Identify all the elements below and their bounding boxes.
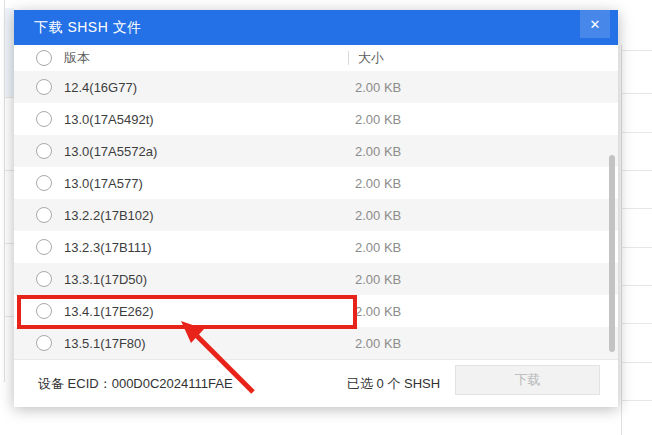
background-grid-hline [621,400,652,401]
row-radio[interactable] [36,143,52,159]
row-radio[interactable] [36,175,52,191]
version-cell: 13.3.1(17D50) [64,272,147,287]
version-cell: 13.0(17A577) [64,176,143,191]
version-cell: 12.4(16G77) [64,80,137,95]
background-grid-hline [621,50,652,51]
table-row[interactable]: 12.4(16G77) 2.00 KB [14,71,618,103]
background-grid-hline [5,97,14,98]
column-divider [348,51,349,65]
table-row[interactable]: 13.0(17A5572a) 2.00 KB [14,135,618,167]
size-cell: 2.00 KB [355,80,401,95]
dialog-footer: 设备 ECID：000D0C2024111FAE 已选 0 个 SHSH 下载 [14,359,618,407]
table-row[interactable]: 13.2.3(17B111) 2.00 KB [14,231,618,263]
background-highlight-strip [5,8,14,97]
scrollbar-thumb[interactable] [609,155,615,352]
size-cell: 2.00 KB [355,112,401,127]
background-grid-vline-right [621,45,622,435]
size-cell: 2.00 KB [355,304,401,319]
row-radio[interactable] [36,111,52,127]
size-cell: 2.00 KB [355,176,401,191]
row-radio[interactable] [36,239,52,255]
background-grid-hline [621,93,652,94]
close-button[interactable]: ✕ [580,10,610,38]
table-header: 版本 大小 [14,45,618,72]
background-grid-hline [621,170,652,171]
device-ecid-text: 设备 ECID：000D0C2024111FAE [38,375,233,393]
table-row[interactable]: 13.0(17A577) 2.00 KB [14,167,618,199]
row-radio[interactable] [36,303,52,319]
table-row[interactable]: 13.2.2(17B102) 2.00 KB [14,199,618,231]
version-cell: 13.2.2(17B102) [64,208,154,223]
download-button[interactable]: 下载 [455,365,600,395]
version-list: 12.4(16G77) 2.00 KB 13.0(17A5492t) 2.00 … [14,71,618,359]
close-icon: ✕ [590,17,601,32]
version-cell: 13.2.3(17B111) [64,240,152,255]
background-grid-hline [5,170,14,171]
size-cell: 2.00 KB [355,272,401,287]
background-grid-hline [621,323,652,324]
column-header-size: 大小 [358,49,384,67]
column-header-version: 版本 [64,49,90,67]
background-grid-hline [5,316,14,317]
table-row[interactable]: 13.5.1(17F80) 2.00 KB [14,327,618,359]
background-grid-hline [621,285,652,286]
size-cell: 2.00 KB [355,144,401,159]
download-shsh-dialog: 下载 SHSH 文件 ✕ 版本 大小 12.4(16G77) 2.00 KB 1… [14,10,618,406]
selected-count-text: 已选 0 个 SHSH [347,375,440,393]
background-grid-hline [621,362,652,363]
screen: { "dialog": { "title": "下载 SHSH 文件", "cl… [0,0,652,435]
row-radio[interactable] [36,79,52,95]
version-cell: 13.5.1(17F80) [64,336,146,351]
background-grid-hline [5,243,14,244]
row-radio[interactable] [36,271,52,287]
version-cell: 13.0(17A5492t) [64,112,154,127]
table-row[interactable]: 13.3.1(17D50) 2.00 KB [14,263,618,295]
dialog-title: 下载 SHSH 文件 [14,19,142,37]
version-cell: 13.0(17A5572a) [64,144,157,159]
row-radio[interactable] [36,207,52,223]
background-grid-hline [621,247,652,248]
version-cell: 13.4.1(17E262) [64,304,154,319]
size-cell: 2.00 KB [355,240,401,255]
table-row-highlighted[interactable]: 13.4.1(17E262) 2.00 KB [14,295,618,327]
background-grid-hline [621,208,652,209]
dialog-titlebar: 下载 SHSH 文件 ✕ [14,10,618,45]
row-radio[interactable] [36,335,52,351]
size-cell: 2.00 KB [355,208,401,223]
select-all-radio[interactable] [36,50,52,66]
download-button-label: 下载 [515,371,541,389]
table-row[interactable]: 13.0(17A5492t) 2.00 KB [14,103,618,135]
background-grid-hline [621,132,652,133]
size-cell: 2.00 KB [355,336,401,351]
